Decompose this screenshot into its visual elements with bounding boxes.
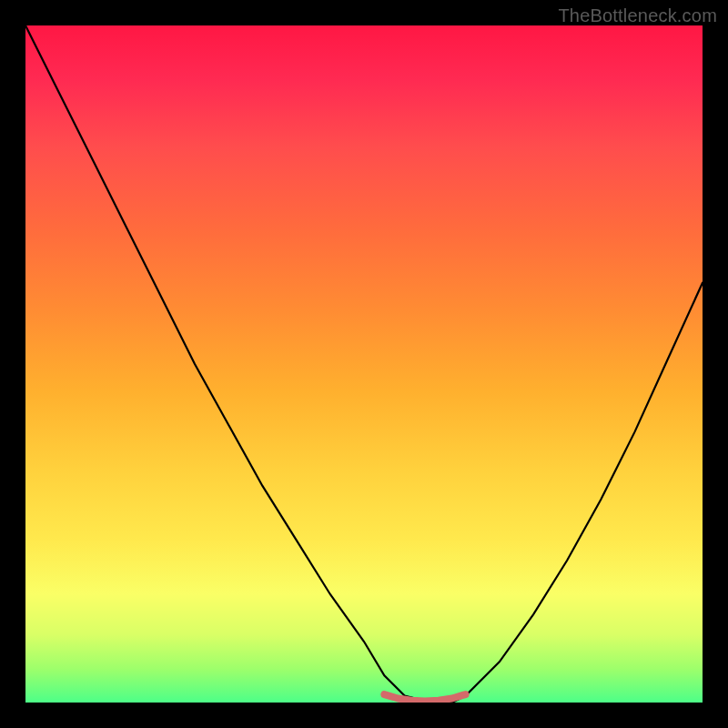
chart-root: TheBottleneck.com: [0, 0, 728, 728]
watermark-text: TheBottleneck.com: [558, 5, 717, 26]
min-marker: [384, 694, 465, 701]
bottleneck-curve: [25, 25, 703, 703]
plot-area: [25, 25, 703, 703]
curve-layer: [25, 25, 703, 703]
